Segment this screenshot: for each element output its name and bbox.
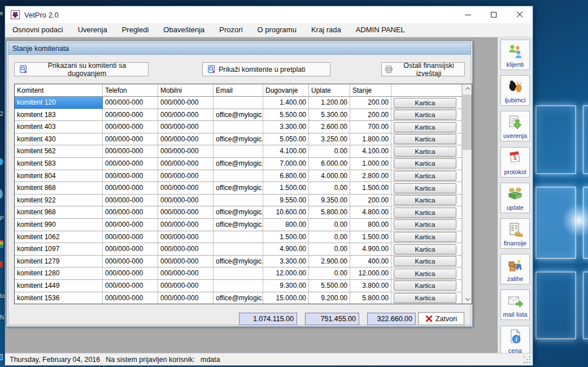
cell-email: office@mylogic.c...	[214, 292, 263, 305]
menu-item-kraj-rada[interactable]: Kraj rada	[304, 23, 349, 37]
cell-stanje: 400.00	[350, 256, 391, 268]
scrollbar-thumb[interactable]	[463, 94, 472, 150]
sidebar-button-cena[interactable]: icena	[500, 326, 530, 353]
minimize-button[interactable]	[455, 6, 481, 23]
table-row[interactable]: komitent 583000/000-000000/000-000office…	[15, 158, 462, 170]
scroll-down-arrow-icon[interactable]	[463, 295, 472, 304]
cell-uplate: 1.200.00	[309, 97, 350, 109]
kartica-button[interactable]: Kartica	[394, 293, 456, 303]
kartica-button[interactable]: Kartica	[394, 110, 456, 120]
resize-grip[interactable]	[524, 356, 532, 364]
menu-item-obave-tenja[interactable]: Obaveštenja	[156, 23, 212, 37]
vertical-scrollbar[interactable]	[462, 84, 472, 304]
kartica-button[interactable]: Kartica	[394, 134, 456, 144]
menu-item-admin-panel[interactable]: ADMIN PANEL	[349, 23, 412, 37]
table-row[interactable]: komitent 922000/000-000000/000-0009.550.…	[15, 195, 462, 207]
cell-uplate: 5.300.00	[309, 109, 350, 122]
sidebar-button-uverenja[interactable]: uverenja	[500, 111, 530, 141]
wallpaper-pane	[583, 271, 588, 339]
kartica-button[interactable]: Kartica	[394, 171, 456, 181]
sidebar-label: cena	[508, 347, 522, 353]
sidebar-button-zalihe[interactable]: zalihe	[500, 254, 530, 284]
table-row[interactable]: komitent 430000/000-000000/000-000office…	[15, 133, 462, 146]
zatvori-button[interactable]: Zatvori	[418, 312, 464, 325]
kartica-button[interactable]: Kartica	[394, 195, 456, 205]
sidebar-button-ljubimci[interactable]: ljubimci	[500, 75, 530, 106]
cell-stanje: 3.800.00	[350, 280, 391, 292]
kartica-button[interactable]: Kartica	[394, 208, 456, 218]
cell-telefon: 000/000-000	[103, 109, 158, 122]
cell-stanje: 200.00	[350, 195, 391, 207]
cell-action: Kartica	[391, 267, 462, 280]
kartica-button[interactable]: Kartica	[394, 183, 456, 193]
cell-telefon: 000/000-000	[103, 206, 158, 219]
total-uplate: 751.455.00	[305, 313, 359, 325]
sidebar-button-protokol[interactable]: 1protokol	[500, 147, 530, 178]
kartica-button[interactable]: Kartica	[394, 280, 456, 291]
table-row[interactable]: komitent 403000/000-000000/000-0003.300.…	[15, 121, 462, 133]
cell-mobilni: 000/000-000	[158, 195, 214, 207]
cell-uplate: 0.00	[309, 267, 350, 280]
cell-mobilni: 000/000-000	[158, 231, 214, 244]
kartica-button[interactable]: Kartica	[394, 244, 456, 254]
wallpaper-pane	[583, 105, 588, 174]
desktop-icon-fragment: 2	[0, 111, 3, 117]
column-header-mobilni: Mobilni	[158, 84, 214, 97]
cell-email	[214, 195, 263, 207]
sidebar-button-klijenti[interactable]: klijenti	[500, 40, 530, 70]
cell-stanje: 1.500.00	[350, 231, 391, 244]
kartica-button[interactable]: Kartica	[394, 219, 456, 230]
filter-debt-button[interactable]: Prikazani su komitenti sa dugovanjem	[14, 62, 149, 76]
cell-komitent: komitent 403	[15, 121, 103, 133]
table-row[interactable]: komitent 968000/000-000000/000-000office…	[15, 206, 462, 219]
cell-stanje: 200.00	[350, 97, 391, 109]
menu-item-osnovni-podaci[interactable]: Osnovni podaci	[5, 23, 71, 37]
sidebar-button-finansije[interactable]: finansije	[500, 218, 530, 249]
kartica-button[interactable]: Kartica	[394, 232, 456, 242]
table-row[interactable]: komitent 990000/000-000000/000-000office…	[15, 219, 462, 231]
inner-window-client: Prikazani su komitenti sa dugovanjem Pri…	[8, 55, 471, 325]
kartica-button[interactable]: Kartica	[394, 98, 456, 108]
cell-stanje: 4.800.00	[350, 206, 391, 219]
cell-dugovanje: 9.300.00	[263, 280, 309, 292]
sidebar-button-uplate[interactable]: uplate	[500, 183, 530, 213]
cell-dugovanje: 3.300.00	[263, 256, 309, 268]
cell-komitent: komitent 1279	[15, 256, 103, 268]
title-bar: VetPro 2.0	[5, 6, 533, 23]
table-row[interactable]: komitent 868000/000-000000/000-000office…	[15, 182, 462, 195]
kartica-button[interactable]: Kartica	[394, 158, 456, 169]
table-row[interactable]: komitent 562000/000-000000/000-0004.100.…	[15, 145, 462, 158]
column-header-telefon: Telefon	[103, 84, 158, 97]
cell-dugovanje: 1.500.00	[263, 182, 309, 195]
app-logo-icon	[11, 10, 20, 19]
filter-prepaid-button[interactable]: Prikaži komitente u pretplati	[202, 62, 330, 76]
scroll-up-arrow-icon[interactable]	[463, 84, 472, 93]
maximize-button[interactable]	[481, 6, 507, 23]
close-button[interactable]	[507, 6, 533, 23]
kartica-button[interactable]: Kartica	[394, 122, 456, 132]
cell-action: Kartica	[391, 243, 462, 256]
table-row[interactable]: komitent 1097000/000-000000/000-0004.900…	[15, 243, 462, 256]
kartica-button[interactable]: Kartica	[394, 256, 456, 266]
cell-komitent: komitent 1536	[15, 292, 103, 305]
table-row[interactable]: komitent 120000/000-000000/000-0001.400.…	[15, 97, 462, 109]
table-row[interactable]: komitent 1280000/000-000000/000-00012.00…	[15, 267, 462, 280]
menu-item-uverenja[interactable]: Uverenja	[71, 23, 115, 37]
kartica-button[interactable]: Kartica	[394, 146, 456, 157]
protocol-icon: 1	[507, 148, 523, 169]
table-row[interactable]: komitent 1279000/000-000000/000-000offic…	[15, 256, 462, 268]
table-row[interactable]: komitent 1536000/000-000000/000-000offic…	[15, 292, 462, 305]
sidebar-button-mail-lista[interactable]: mail lista	[500, 290, 530, 320]
menu-item-pregledi[interactable]: Pregledi	[115, 23, 156, 37]
table-row[interactable]: komitent 183000/000-000000/000-000office…	[15, 109, 462, 122]
desktop-icon-fragment	[0, 354, 3, 360]
table-row[interactable]: komitent 1449000/000-000000/000-0009.300…	[15, 280, 462, 292]
cell-uplate: 0.00	[309, 231, 350, 244]
table-row[interactable]: komitent 1062000/000-000000/000-0001.500…	[15, 231, 462, 244]
reports-button[interactable]: Ostali finansijski izveštaji	[381, 62, 465, 76]
menu-item-prozori[interactable]: Prozori	[212, 23, 250, 37]
cell-dugovanje: 5.050.00	[263, 133, 309, 146]
table-row[interactable]: komitent 804000/000-000000/000-0006.800.…	[15, 170, 462, 183]
kartica-button[interactable]: Kartica	[394, 269, 456, 279]
menu-item-o-programu[interactable]: O programu	[250, 23, 304, 37]
